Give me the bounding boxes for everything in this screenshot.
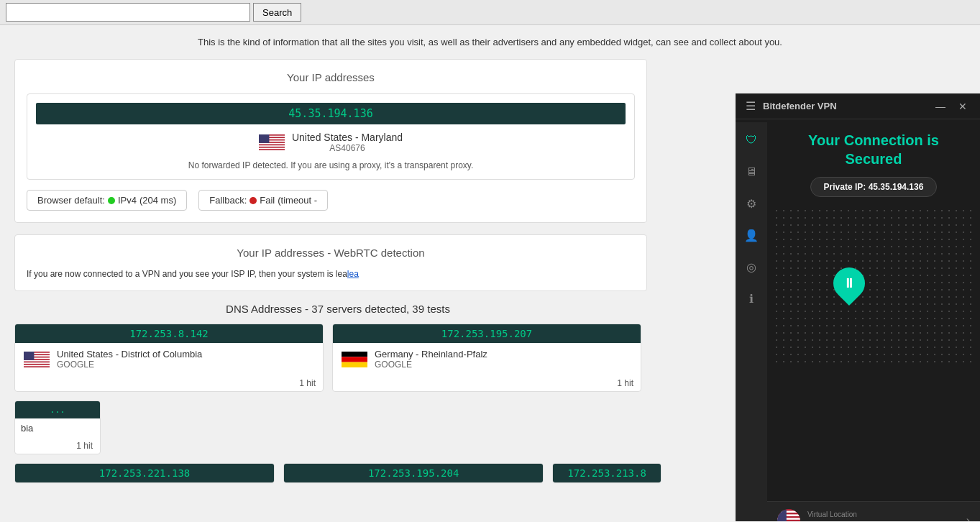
vpn-sidebar-shield[interactable]: 🛡 [741, 129, 762, 151]
ip-box: 45.35.194.136 United States - Maryland A… [27, 93, 635, 180]
dns-ip-3: 172.253.221.138 [15, 464, 274, 482]
vpn-location-flag [777, 509, 800, 521]
svg-rect-28 [777, 509, 787, 521]
dns-partial-label: bia [21, 423, 33, 434]
ipv4-green-dot [108, 197, 115, 204]
search-input[interactable] [6, 3, 250, 22]
dns-ip-5: 172.253.213.8 [553, 464, 661, 482]
ip-card-title: Your IP addresses [27, 71, 635, 83]
vpn-sidebar-person[interactable]: 👤 [741, 224, 762, 246]
vpn-close-button[interactable]: ✕ [956, 101, 970, 112]
vpn-sidebar-gear[interactable]: ⚙ [741, 193, 762, 214]
dns-card-3: 172.253.221.138 [14, 463, 275, 483]
dns-card-2: 172.253.195.207 Germany - Rheinland-Pfal… [332, 324, 641, 392]
dns-location-2: Germany - Rheinland-Pfalz GOOGLE [375, 349, 487, 370]
webrtc-card: Your IP addresses - WebRTC detection If … [14, 234, 647, 291]
us-flag-vpn [777, 509, 800, 521]
fail-label: Fail [260, 195, 275, 206]
vpn-main-content: Your Connection isSecured Private IP: 45… [767, 119, 980, 521]
de-flag-dns2 [342, 352, 367, 367]
fallback-badge: Fallback: Fail (timeout - [198, 190, 328, 211]
svg-rect-5 [259, 145, 285, 147]
dns-card-5: 172.253.213.8 [552, 463, 661, 483]
search-button[interactable]: Search [253, 3, 301, 22]
vpn-sidebar: 🛡 🖥 ⚙ 👤 ◎ ℹ [736, 122, 767, 521]
dns-grid-row1: 172.253.8.142 United States - District o… [14, 324, 661, 454]
vpn-location-bar[interactable]: Virtual Location United States › [767, 501, 980, 521]
dns-partial-hits: 1 hit [15, 438, 100, 454]
vpn-map: ⏸ [773, 207, 974, 365]
svg-rect-6 [259, 148, 285, 150]
dns-info-2: Germany - Rheinland-Pfalz GOOGLE [333, 343, 641, 375]
us-flag-dns1 [24, 352, 50, 367]
dns-section: DNS Addresses - 37 servers detected, 39 … [14, 303, 661, 483]
ipv4-ms: (204 ms) [139, 195, 176, 206]
vpn-controls: — ✕ [933, 101, 970, 112]
vpn-sidebar-monitor[interactable]: 🖥 [741, 161, 762, 183]
dns-ip-1: 172.253.8.142 [15, 324, 323, 343]
ip-addresses-card: Your IP addresses 45.35.194.136 United S… [14, 59, 647, 223]
dns-ip-4: 172.253.195.204 [284, 464, 543, 482]
svg-rect-4 [259, 143, 285, 145]
vpn-chevron-icon: › [966, 514, 970, 521]
status-row: Browser default: IPv4 (204 ms) Fallback:… [27, 190, 635, 211]
svg-rect-15 [24, 352, 34, 360]
info-text: This is the kind of information that all… [14, 37, 966, 47]
svg-rect-12 [24, 360, 50, 361]
vpn-location-pin: ⏸ [833, 267, 865, 299]
vpn-location-info: Virtual Location United States [807, 510, 959, 522]
fallback-label: Fallback: [209, 195, 247, 206]
svg-rect-22 [777, 510, 800, 512]
vpn-pin-pause-icon: ⏸ [843, 275, 856, 290]
webrtc-link[interactable]: lea [347, 269, 359, 279]
dns-info-1: United States - District of Columbia GOO… [15, 343, 323, 375]
fail-detail: (timeout - [278, 195, 317, 206]
dns-grid-row2: 172.253.221.138 172.253.195.204 172.253.… [14, 463, 661, 483]
fail-red-dot [249, 197, 257, 204]
vpn-ip-value: 45.35.194.136 [869, 182, 924, 192]
vpn-map-dots: ⏸ [773, 207, 974, 365]
svg-rect-7 [259, 134, 269, 143]
dns-location-1: United States - District of Columbia GOO… [57, 349, 202, 370]
dns-ip-2: 172.253.195.207 [333, 324, 641, 343]
location-name: United States - Maryland AS40676 [292, 132, 403, 153]
vpn-menu-icon[interactable]: ☰ [746, 99, 756, 113]
dns-card-partial-right: ... bia 1 hit [14, 400, 101, 454]
main-content: This is the kind of information that all… [0, 25, 980, 521]
ipv4-label: IPv4 [118, 195, 137, 206]
us-flag [259, 134, 285, 150]
dns-card-4: 172.253.195.204 [283, 463, 544, 483]
dns-hits-1: 1 hit [15, 375, 323, 391]
browser-default-label: Browser default: [37, 195, 105, 206]
ip-address-bar: 45.35.194.136 [36, 103, 626, 124]
dns-title: DNS Addresses - 37 servers detected, 39 … [14, 303, 661, 315]
top-search-bar: Search [0, 0, 980, 25]
dns-hits-2: 1 hit [333, 375, 641, 391]
dns-card-1: 172.253.8.142 United States - District o… [14, 324, 324, 392]
vpn-private-ip-badge: Private IP: 45.35.194.136 [810, 177, 938, 197]
svg-rect-17 [342, 357, 367, 362]
vpn-sidebar-info[interactable]: ℹ [741, 288, 762, 309]
svg-rect-16 [342, 352, 367, 357]
webrtc-title: Your IP addresses - WebRTC detection [27, 247, 635, 259]
vpn-panel: ☰ Bitdefender VPN — ✕ 🛡 🖥 ⚙ 👤 ◎ ℹ Your C… [736, 93, 980, 521]
vpn-sidebar-circle[interactable]: ◎ [741, 256, 762, 278]
svg-rect-13 [24, 362, 50, 364]
vpn-heading: Your Connection isSecured [808, 131, 939, 168]
vpn-virtual-location-label: Virtual Location [807, 510, 959, 518]
vpn-app-name: Bitdefender VPN [763, 101, 837, 111]
browser-default-badge: Browser default: IPv4 (204 ms) [27, 190, 187, 211]
svg-rect-14 [24, 365, 50, 366]
vpn-minimize-button[interactable]: — [933, 101, 948, 112]
vpn-location-country: United States [807, 520, 959, 522]
webrtc-text: If you are now connected to a VPN and yo… [27, 269, 635, 279]
location-row: United States - Maryland AS40676 [36, 132, 626, 153]
proxy-text: No forwarded IP detected. If you are usi… [36, 160, 626, 170]
vpn-titlebar: ☰ Bitdefender VPN — ✕ [736, 93, 980, 119]
dns-ip-partial: ... [15, 401, 100, 418]
svg-rect-18 [342, 362, 367, 367]
